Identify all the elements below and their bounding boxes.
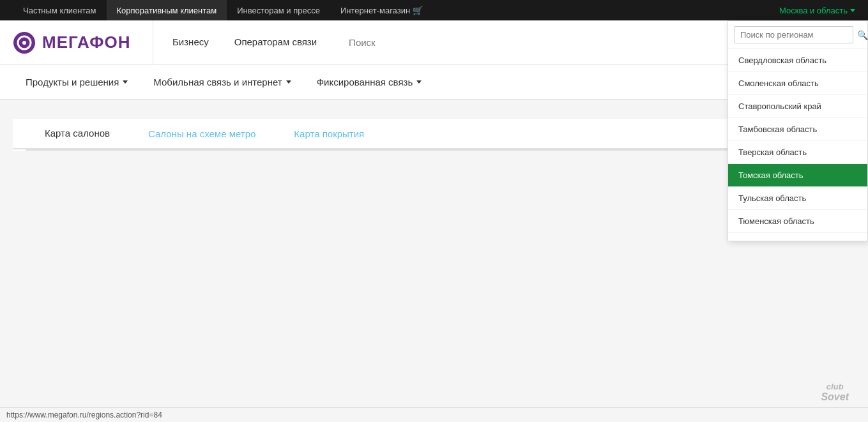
megafon-logo-icon bbox=[13, 31, 36, 54]
region-item-tver[interactable]: Тверская область bbox=[728, 141, 867, 164]
region-search-icon: 🔍 bbox=[857, 30, 868, 40]
watermark: club Sovet bbox=[821, 382, 849, 403]
top-navigation: Частным клиентам Корпоративным клиентам … bbox=[0, 0, 868, 20]
status-bar: https://www.megafon.ru/regions.action?ri… bbox=[0, 407, 868, 422]
nav-fixed[interactable]: Фиксированная связь bbox=[304, 65, 435, 100]
header-nav-tabs: Бизнесу Операторам связи bbox=[153, 20, 336, 64]
search-input[interactable] bbox=[349, 37, 790, 48]
region-search-box: 🔍 bbox=[728, 21, 867, 49]
svg-point-2 bbox=[22, 41, 26, 45]
region-list: Свердловская область Смоленская область … bbox=[728, 49, 867, 241]
region-item-tyumen[interactable]: Тюменская область bbox=[728, 210, 867, 233]
header-tab-business[interactable]: Бизнесу bbox=[160, 20, 222, 64]
fixed-chevron-icon bbox=[416, 80, 422, 84]
region-item-udmurt[interactable]: Удмуртская Республика bbox=[728, 233, 867, 241]
region-item-tula[interactable]: Тульская область bbox=[728, 187, 867, 210]
top-nav-shop[interactable]: Интернет-магазин 🛒 bbox=[330, 0, 433, 20]
region-search-input[interactable] bbox=[735, 26, 853, 43]
region-item-sverdlovsk[interactable]: Свердловская область bbox=[728, 49, 867, 72]
region-item-tomsk[interactable]: Томская область bbox=[728, 164, 867, 187]
region-selector[interactable]: Москва и область bbox=[779, 6, 855, 15]
region-arrow-icon bbox=[850, 9, 855, 12]
logo-area: МегаФон bbox=[13, 20, 153, 64]
nav-mobile[interactable]: Мобильная связь и интернет bbox=[141, 65, 303, 100]
header-tab-operators[interactable]: Операторам связи bbox=[222, 20, 330, 64]
region-item-stavropol[interactable]: Ставропольский край bbox=[728, 95, 867, 118]
nav-products[interactable]: Продукты и решения bbox=[13, 65, 141, 100]
top-nav-private[interactable]: Частным клиентам bbox=[13, 0, 107, 20]
region-item-tambov[interactable]: Тамбовская область bbox=[728, 118, 867, 141]
top-nav-investors[interactable]: Инвесторам и прессе bbox=[227, 0, 330, 20]
tab-coverage-map[interactable]: Карта покрытия bbox=[275, 119, 383, 148]
region-item-smolensk[interactable]: Смоленская область bbox=[728, 72, 867, 95]
products-chevron-icon bbox=[123, 80, 128, 84]
top-nav-items: Частным клиентам Корпоративным клиентам … bbox=[13, 0, 433, 20]
top-nav-corporate[interactable]: Корпоративным клиентам bbox=[107, 0, 227, 20]
region-dropdown: 🔍 Свердловская область Смоленская област… bbox=[727, 20, 868, 241]
logo-text: МегаФон bbox=[42, 33, 130, 52]
tab-map-salons[interactable]: Карта салонов bbox=[26, 119, 129, 149]
mobile-chevron-icon bbox=[286, 80, 291, 84]
tab-metro-salons[interactable]: Салоны на схеме метро bbox=[129, 119, 275, 148]
